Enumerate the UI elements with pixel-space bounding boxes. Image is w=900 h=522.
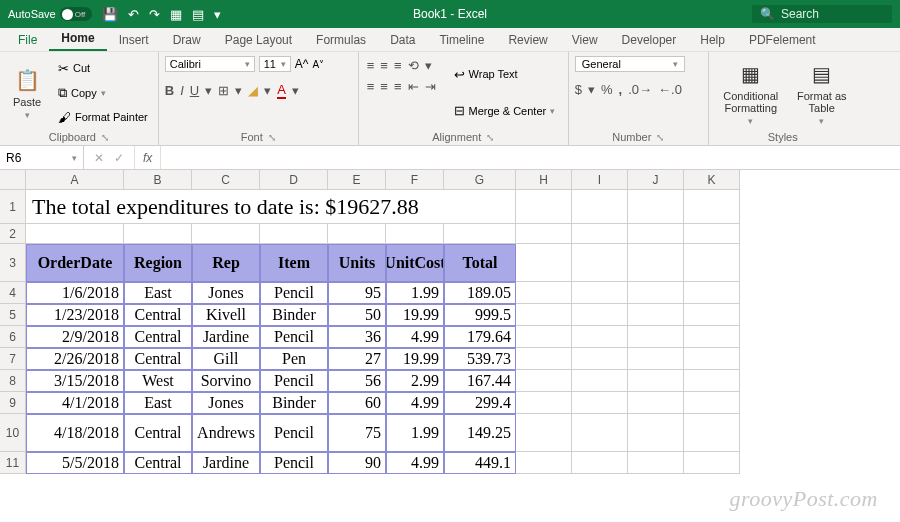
align-left-icon[interactable]: ≡ [367, 79, 375, 94]
cell[interactable]: 4.99 [386, 452, 444, 474]
orientation-icon[interactable]: ⟲ [408, 58, 419, 73]
cell[interactable] [628, 244, 684, 282]
cell[interactable] [572, 326, 628, 348]
qat-icon[interactable]: ▤ [192, 7, 204, 22]
cell[interactable]: 1.99 [386, 282, 444, 304]
formula-input[interactable] [161, 146, 900, 169]
align-bottom-icon[interactable]: ≡ [394, 58, 402, 73]
search-input[interactable] [781, 7, 881, 21]
percent-icon[interactable]: % [601, 82, 613, 97]
merge-center-button[interactable]: ⊟Merge & Center ▾ [450, 102, 560, 119]
cell[interactable]: Pen [260, 348, 328, 370]
col-header[interactable]: I [572, 170, 628, 190]
cell[interactable]: 50 [328, 304, 386, 326]
cell[interactable] [628, 326, 684, 348]
shrink-font-icon[interactable]: A˅ [312, 59, 324, 70]
cell[interactable] [572, 304, 628, 326]
col-header[interactable]: E [328, 170, 386, 190]
cell[interactable] [628, 452, 684, 474]
cell[interactable]: Sorvino [192, 370, 260, 392]
tab-data[interactable]: Data [378, 29, 427, 51]
wrap-text-button[interactable]: ↩Wrap Text [450, 66, 560, 83]
cell[interactable]: 5/5/2018 [26, 452, 124, 474]
cell[interactable] [628, 304, 684, 326]
qat-dropdown-icon[interactable]: ▾ [214, 7, 221, 22]
tab-draw[interactable]: Draw [161, 29, 213, 51]
cell[interactable]: Pencil [260, 452, 328, 474]
cancel-icon[interactable]: ✕ [94, 151, 104, 165]
decrease-decimal-icon[interactable]: ←.0 [658, 82, 682, 97]
cell[interactable] [628, 414, 684, 452]
cell[interactable] [516, 452, 572, 474]
cell[interactable] [516, 348, 572, 370]
qat-icon[interactable]: ▦ [170, 7, 182, 22]
cut-button[interactable]: ✂Cut [54, 60, 152, 77]
cell[interactable]: 27 [328, 348, 386, 370]
cell-grid[interactable]: The total expenditures to date is: $1962… [26, 190, 740, 474]
launcher-icon[interactable]: ⤡ [486, 132, 494, 143]
cell[interactable]: Central [124, 452, 192, 474]
cell[interactable]: Rep [192, 244, 260, 282]
cell[interactable]: OrderDate [26, 244, 124, 282]
cell[interactable]: 189.05 [444, 282, 516, 304]
cell[interactable] [444, 224, 516, 244]
tab-home[interactable]: Home [49, 27, 106, 51]
font-size-select[interactable]: 11▾ [259, 56, 291, 72]
cell[interactable]: Binder [260, 392, 328, 414]
cell[interactable] [328, 224, 386, 244]
cell[interactable] [628, 392, 684, 414]
cell[interactable]: 4.99 [386, 326, 444, 348]
redo-icon[interactable]: ↷ [149, 7, 160, 22]
cell[interactable] [572, 348, 628, 370]
col-header[interactable]: K [684, 170, 740, 190]
cell[interactable]: 167.44 [444, 370, 516, 392]
cell[interactable] [572, 370, 628, 392]
cell[interactable]: 19.99 [386, 348, 444, 370]
select-all-corner[interactable] [0, 170, 26, 190]
align-center-icon[interactable]: ≡ [380, 79, 388, 94]
row-header[interactable]: 2 [0, 224, 26, 244]
tab-pdfelement[interactable]: PDFelement [737, 29, 828, 51]
bold-button[interactable]: B [165, 83, 174, 98]
cell[interactable]: Andrews [192, 414, 260, 452]
col-header[interactable]: A [26, 170, 124, 190]
cell[interactable]: Pencil [260, 326, 328, 348]
row-header[interactable]: 11 [0, 452, 26, 474]
cell[interactable] [684, 392, 740, 414]
tab-file[interactable]: File [6, 29, 49, 51]
cell[interactable] [684, 370, 740, 392]
cell[interactable] [386, 224, 444, 244]
cell[interactable]: 539.73 [444, 348, 516, 370]
paste-button[interactable]: 📋 Paste ▾ [6, 56, 48, 129]
align-middle-icon[interactable]: ≡ [380, 58, 388, 73]
launcher-icon[interactable]: ⤡ [656, 132, 664, 143]
row-header[interactable]: 3 [0, 244, 26, 282]
currency-icon[interactable]: $ [575, 82, 582, 97]
cell[interactable]: 75 [328, 414, 386, 452]
indent-increase-icon[interactable]: ⇥ [425, 79, 436, 94]
cell[interactable]: 3/15/2018 [26, 370, 124, 392]
col-header[interactable]: J [628, 170, 684, 190]
cell[interactable] [684, 190, 740, 224]
cell[interactable] [516, 392, 572, 414]
cell[interactable]: Jones [192, 392, 260, 414]
cell[interactable] [124, 224, 192, 244]
cell[interactable] [516, 414, 572, 452]
cell[interactable] [628, 190, 684, 224]
tab-page-layout[interactable]: Page Layout [213, 29, 304, 51]
underline-button[interactable]: U [190, 83, 199, 98]
fx-icon[interactable]: fx [135, 146, 161, 169]
cell[interactable]: Central [124, 304, 192, 326]
cell[interactable]: 56 [328, 370, 386, 392]
cell[interactable] [684, 244, 740, 282]
cell[interactable]: 2/26/2018 [26, 348, 124, 370]
cell[interactable]: Pencil [260, 282, 328, 304]
cell[interactable]: 999.5 [444, 304, 516, 326]
cell[interactable]: 60 [328, 392, 386, 414]
border-icon[interactable]: ⊞ [218, 83, 229, 98]
cell[interactable]: Central [124, 348, 192, 370]
row-header[interactable]: 9 [0, 392, 26, 414]
row-header[interactable]: 6 [0, 326, 26, 348]
row-header[interactable]: 10 [0, 414, 26, 452]
row-header[interactable]: 5 [0, 304, 26, 326]
